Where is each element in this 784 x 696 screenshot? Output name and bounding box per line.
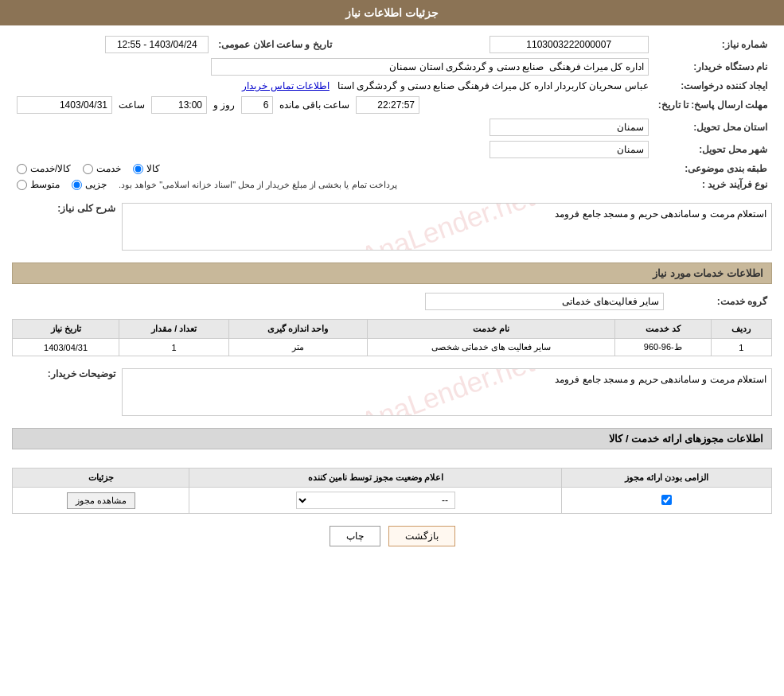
purchase-motavaset-option: متوسط bbox=[17, 179, 60, 190]
deadline-time-label: ساعت bbox=[119, 99, 145, 111]
need-number-input[interactable] bbox=[490, 36, 649, 53]
print-button[interactable]: چاپ bbox=[330, 526, 380, 546]
col-quantity: تعداد / مقدار bbox=[119, 320, 229, 339]
buyer-notes-section: توضیحات خریدار: AnaLender.net استعلام مر… bbox=[12, 364, 772, 420]
info-table: شماره نیاز: تاریخ و ساعت اعلان عمومی: نا… bbox=[12, 33, 772, 192]
page-title: جزئیات اطلاعات نیاز bbox=[0, 0, 784, 25]
category-kala-khadamat-option: کالا/خدمت bbox=[17, 163, 71, 174]
need-description-watermark: AnaLender.net bbox=[357, 203, 538, 251]
col-service-code: کد خدمت bbox=[614, 320, 711, 339]
purchase-note: پرداخت تمام یا بخشی از مبلغ خریدار از مح… bbox=[119, 180, 397, 190]
buyer-notes-label: توضیحات خریدار: bbox=[12, 364, 115, 379]
deadline-label: مهلت ارسال پاسخ: تا تاریخ: bbox=[653, 94, 772, 116]
buyer-org-input[interactable] bbox=[211, 58, 649, 76]
cell-unit: متر bbox=[229, 339, 367, 356]
cell-details: مشاهده مجوز bbox=[13, 488, 189, 514]
need-desc-label: شرح کلی نیاز: bbox=[12, 199, 115, 214]
category-kala-khadamat-label: کالا/خدمت bbox=[30, 163, 71, 174]
permits-section-title: اطلاعات مجوزهای ارائه خدمت / کالا bbox=[12, 428, 772, 449]
creator-label: ایجاد کننده درخواست: bbox=[653, 78, 772, 94]
page-title-text: جزئیات اطلاعات نیاز bbox=[345, 6, 439, 19]
services-section-title: اطلاعات خدمات مورد نیاز bbox=[12, 262, 772, 284]
category-kala-option: کالا bbox=[133, 163, 160, 174]
buyer-notes-box: AnaLender.net استعلام مرمت و ساماندهی حر… bbox=[122, 368, 772, 416]
footer-buttons: چاپ بازگشت bbox=[12, 526, 772, 546]
creator-value: عباس سحریان کاربردار اداره کل میراث فرهن… bbox=[337, 80, 649, 91]
permits-table: الزامی بودن ارائه مجوز اعلام وضعیت مجوز … bbox=[12, 468, 772, 514]
city-label: شهر محل تحویل: bbox=[653, 138, 772, 161]
purchase-jozii-label: جزیی bbox=[85, 179, 107, 190]
service-group-input[interactable] bbox=[425, 293, 664, 310]
need-description-section: شرح کلی نیاز: AnaLender.net استعلام مرمت… bbox=[12, 199, 772, 255]
cell-supplier-announce: -- bbox=[189, 488, 562, 514]
col-required: الزامی بودن ارائه مجوز bbox=[562, 469, 772, 488]
table-row: 1 ط-96-960 سایر فعالیت های خدماتی شخصی م… bbox=[13, 339, 772, 356]
cell-service-code: ط-96-960 bbox=[614, 339, 711, 356]
col-supplier-announce: اعلام وضعیت مجوز توسط نامین کننده bbox=[189, 469, 562, 488]
category-kala-radio[interactable] bbox=[133, 164, 143, 174]
service-group-label: گروه خدمت: bbox=[669, 290, 772, 313]
need-number-label: شماره نیاز: bbox=[653, 33, 772, 56]
cell-service-name: سایر فعالیت های خدماتی شخصی bbox=[367, 339, 614, 356]
col-unit: واحد اندازه گیری bbox=[229, 320, 367, 339]
view-permit-button[interactable]: مشاهده مجوز bbox=[67, 492, 135, 509]
purchase-type-label: نوع فرآیند خرید : bbox=[653, 177, 772, 192]
purchase-jozii-radio[interactable] bbox=[72, 180, 82, 190]
page-container: جزئیات اطلاعات نیاز شماره نیاز: تاریخ و … bbox=[0, 0, 784, 696]
category-khadamat-option: خدمت bbox=[83, 163, 121, 174]
deadline-date-input[interactable] bbox=[17, 96, 112, 114]
buyer-notes-watermark: AnaLender.net bbox=[357, 368, 538, 416]
purchase-motavaset-radio[interactable] bbox=[17, 180, 27, 190]
deadline-remain-input[interactable] bbox=[356, 96, 419, 114]
deadline-time-input[interactable] bbox=[151, 96, 207, 114]
need-description-text: استعلام مرمت و ساماندهی حریم و مسجد جامع… bbox=[555, 208, 766, 220]
deadline-day-label: روز و bbox=[213, 99, 235, 111]
services-data-table: ردیف کد خدمت نام خدمت واحد اندازه گیری ت… bbox=[12, 319, 772, 356]
required-checkbox[interactable] bbox=[661, 495, 672, 505]
buyer-notes-text: استعلام مرمت و ساماندهی حریم و مسجد جامع… bbox=[555, 374, 766, 385]
col-details: جزئیات bbox=[13, 469, 189, 488]
col-row-num: ردیف bbox=[711, 320, 771, 339]
supplier-announce-select[interactable]: -- bbox=[296, 492, 455, 509]
creator-contact-link[interactable]: اطلاعات تماس خریدار bbox=[242, 80, 330, 91]
cell-required-checkbox bbox=[562, 488, 772, 514]
province-input[interactable] bbox=[490, 119, 649, 136]
category-khadamat-label: خدمت bbox=[96, 163, 121, 174]
cell-date: 1403/04/31 bbox=[13, 339, 119, 356]
category-label: طبقه بندی موضوعی: bbox=[653, 161, 772, 177]
need-description-box: AnaLender.net استعلام مرمت و ساماندهی حر… bbox=[122, 203, 772, 251]
col-date: تاریخ نیاز bbox=[13, 320, 119, 339]
category-khadamat-radio[interactable] bbox=[83, 164, 93, 174]
cell-quantity: 1 bbox=[119, 339, 229, 356]
province-label: استان محل تحویل: bbox=[653, 116, 772, 138]
col-service-name: نام خدمت bbox=[367, 320, 614, 339]
back-button[interactable]: بازگشت bbox=[388, 526, 455, 546]
permit-table-row: -- مشاهده مجوز bbox=[13, 488, 772, 514]
purchase-motavaset-label: متوسط bbox=[30, 179, 60, 190]
service-group-table: گروه خدمت: bbox=[12, 290, 772, 313]
cell-row-num: 1 bbox=[711, 339, 771, 356]
announce-datetime-input[interactable] bbox=[105, 36, 209, 53]
category-kala-label: کالا bbox=[146, 163, 160, 174]
deadline-days-input[interactable] bbox=[241, 96, 273, 114]
category-kala-khadamat-radio[interactable] bbox=[17, 164, 27, 174]
city-input[interactable] bbox=[490, 141, 649, 158]
purchase-jozii-option: جزیی bbox=[72, 179, 107, 190]
announce-datetime-label: تاریخ و ساعت اعلان عمومی: bbox=[213, 33, 336, 56]
deadline-remain-label: ساعت باقی مانده bbox=[279, 99, 349, 111]
buyer-org-label: نام دستگاه خریدار: bbox=[653, 56, 772, 78]
main-content: شماره نیاز: تاریخ و ساعت اعلان عمومی: نا… bbox=[0, 25, 784, 566]
